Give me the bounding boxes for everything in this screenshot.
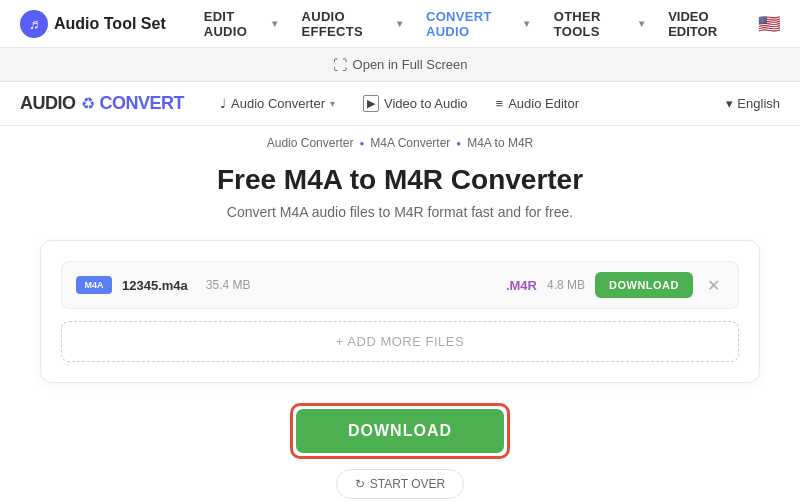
sub-nav-items: ♩ Audio Converter ▾ ▶ Video to Audio ≡ A… (208, 89, 726, 118)
download-main-button[interactable]: DOWNLOAD (296, 409, 504, 453)
breadcrumb-m4a-converter[interactable]: M4A Converter (370, 136, 450, 150)
chevron-down-icon: ▾ (272, 18, 277, 29)
download-button-wrapper: DOWNLOAD (290, 403, 510, 459)
breadcrumb: Audio Converter ● M4A Converter ● M4A to… (0, 126, 800, 160)
music-icon: ♩ (220, 96, 226, 111)
page-title: Free M4A to M4R Converter (40, 164, 760, 196)
output-extension: .M4R (506, 278, 537, 293)
sub-logo-icon: ♻ (81, 94, 95, 113)
sub-nav-video-to-audio[interactable]: ▶ Video to Audio (351, 89, 480, 118)
download-main-area: DOWNLOAD ↻ START OVER (40, 403, 760, 499)
file-size: 35.4 MB (206, 278, 251, 292)
nav-audio-effects[interactable]: AUDIO EFFECTS ▾ (292, 3, 412, 45)
chevron-down-icon: ▾ (330, 98, 335, 109)
sub-navigation: AUDIO ♻ CONVERT ♩ Audio Converter ▾ ▶ Vi… (0, 82, 800, 126)
download-small-button[interactable]: DOWNLOAD (595, 272, 693, 298)
add-more-files-button[interactable]: + ADD MORE FILES (61, 321, 739, 362)
chevron-down-icon: ▾ (524, 18, 529, 29)
page-subtitle: Convert M4A audio files to M4R format fa… (40, 204, 760, 220)
expand-icon: ⛶ (333, 57, 347, 73)
nav-convert-audio[interactable]: CONVERT AUDIO ▾ (416, 3, 540, 45)
remove-file-button[interactable]: ✕ (703, 276, 724, 295)
start-over-button[interactable]: ↻ START OVER (336, 469, 464, 499)
output-size: 4.8 MB (547, 278, 585, 292)
file-name: 12345.m4a (122, 278, 188, 293)
logo[interactable]: ♬ Audio Tool Set (20, 10, 166, 38)
fullscreen-bar[interactable]: ⛶ Open in Full Screen (0, 48, 800, 82)
sub-nav-audio-editor[interactable]: ≡ Audio Editor (484, 90, 591, 117)
logo-icon: ♬ (20, 10, 48, 38)
sub-logo-convert: CONVERT (100, 93, 185, 114)
converter-box: M4A 12345.m4a 35.4 MB .M4R 4.8 MB DOWNLO… (40, 240, 760, 383)
nav-edit-audio[interactable]: EDIT AUDIO ▾ (194, 3, 288, 45)
file-type-badge: M4A (76, 276, 112, 294)
nav-video-editor[interactable]: VIDEO EDITOR (658, 3, 758, 45)
language-flag-icon[interactable]: 🇺🇸 (758, 15, 780, 33)
refresh-icon: ↻ (355, 477, 365, 491)
nav-other-tools[interactable]: OTHER TOOLS ▾ (544, 3, 654, 45)
equalizer-icon: ≡ (496, 96, 504, 111)
sub-logo[interactable]: AUDIO ♻ CONVERT (20, 93, 184, 114)
main-content: Free M4A to M4R Converter Convert M4A au… (0, 164, 800, 502)
chevron-down-icon: ▾ (639, 18, 644, 29)
top-navigation: ♬ Audio Tool Set EDIT AUDIO ▾ AUDIO EFFE… (0, 0, 800, 48)
breadcrumb-dot-1: ● (359, 139, 364, 148)
breadcrumb-audio-converter[interactable]: Audio Converter (267, 136, 354, 150)
sub-nav-audio-converter[interactable]: ♩ Audio Converter ▾ (208, 90, 347, 117)
language-selector[interactable]: ▾ English (726, 96, 780, 111)
file-output-area: .M4R 4.8 MB DOWNLOAD ✕ (506, 272, 724, 298)
breadcrumb-current: M4A to M4R (467, 136, 533, 150)
logo-text: Audio Tool Set (54, 15, 166, 33)
sub-logo-audio: AUDIO (20, 93, 76, 114)
chevron-down-icon: ▾ (397, 18, 402, 29)
chevron-down-icon: ▾ (726, 96, 733, 111)
video-icon: ▶ (363, 95, 379, 112)
breadcrumb-dot-2: ● (456, 139, 461, 148)
file-row: M4A 12345.m4a 35.4 MB .M4R 4.8 MB DOWNLO… (61, 261, 739, 309)
nav-items: EDIT AUDIO ▾ AUDIO EFFECTS ▾ CONVERT AUD… (194, 3, 758, 45)
fullscreen-label: Open in Full Screen (353, 57, 468, 72)
